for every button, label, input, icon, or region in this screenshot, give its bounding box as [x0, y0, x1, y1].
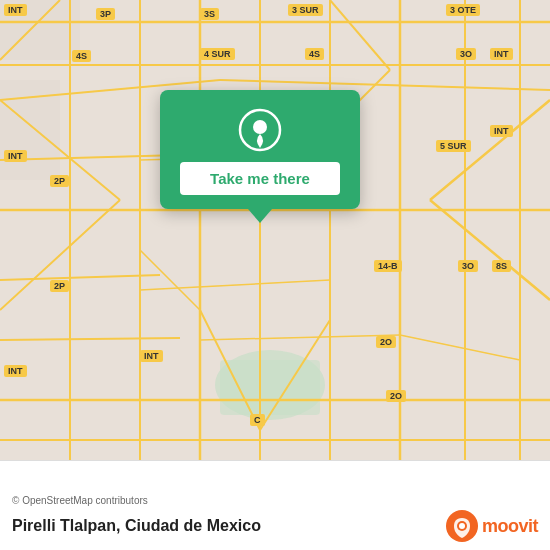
map-area: 3P 3S 3 SUR 3 OTE INT 4S 4 SUR 4S 3O INT… — [0, 0, 550, 460]
road-label: 2O — [386, 390, 406, 402]
moovit-text: moovit — [482, 516, 538, 537]
road-label: INT — [4, 365, 27, 377]
moovit-logo: moovit — [446, 510, 538, 542]
road-label: 4S — [72, 50, 91, 62]
road-label: 3 SUR — [288, 4, 323, 16]
road-label: 4 SUR — [200, 48, 235, 60]
road-label: 14-B — [374, 260, 402, 272]
road-label: 4S — [305, 48, 324, 60]
svg-point-41 — [459, 523, 465, 529]
road-label: 3S — [200, 8, 219, 20]
road-label: INT — [490, 48, 513, 60]
take-me-there-button[interactable]: Take me there — [180, 162, 340, 195]
moovit-icon — [446, 510, 478, 542]
location-card: Take me there — [160, 90, 360, 209]
svg-rect-2 — [220, 360, 320, 415]
osm-credit: © OpenStreetMap contributors — [12, 495, 538, 506]
road-label: 3O — [456, 48, 476, 60]
road-label: 2O — [376, 336, 396, 348]
road-label: 3O — [458, 260, 478, 272]
location-pin-icon — [238, 108, 282, 152]
road-label: 3P — [96, 8, 115, 20]
road-label: 5 SUR — [436, 140, 471, 152]
footer-bottom: Pirelli Tlalpan, Ciudad de Mexico moovit — [12, 510, 538, 542]
road-label: INT — [4, 4, 27, 16]
app: 3P 3S 3 SUR 3 OTE INT 4S 4 SUR 4S 3O INT… — [0, 0, 550, 550]
location-name: Pirelli Tlalpan, Ciudad de Mexico — [12, 517, 261, 535]
road-label: 8S — [492, 260, 511, 272]
footer: © OpenStreetMap contributors Pirelli Tla… — [0, 460, 550, 550]
road-label: 2P — [50, 280, 69, 292]
road-label: 3 OTE — [446, 4, 480, 16]
road-label: 2P — [50, 175, 69, 187]
svg-point-38 — [253, 120, 267, 134]
road-label: INT — [490, 125, 513, 137]
road-label: C — [250, 414, 265, 426]
road-label: INT — [4, 150, 27, 162]
road-label: INT — [140, 350, 163, 362]
